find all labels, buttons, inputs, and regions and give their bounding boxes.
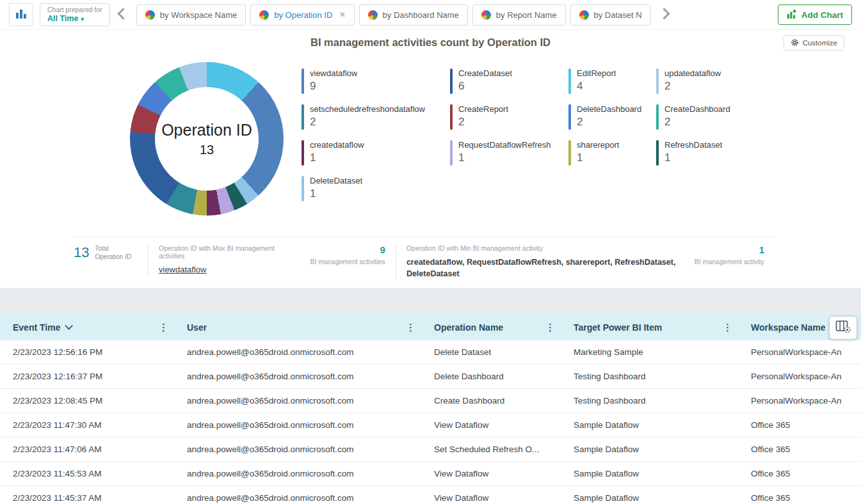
- add-chart-label: Add Chart: [801, 10, 843, 20]
- donut-chart[interactable]: Operation ID 13: [130, 62, 284, 216]
- legend-item-sharereport[interactable]: sharereport1: [568, 140, 656, 167]
- column-header-target-power-bi-item[interactable]: Target Power BI Item⋮: [561, 314, 738, 340]
- legend-item-createdashboard[interactable]: CreateDashboard2: [656, 104, 759, 131]
- min-operation-names: createdataflow, RequestDataflowRefresh, …: [406, 258, 676, 278]
- tabs-scroll-right-button[interactable]: [657, 5, 671, 24]
- column-header-user[interactable]: User⋮: [174, 314, 421, 340]
- column-settings-button[interactable]: [829, 316, 857, 340]
- column-menu-icon[interactable]: ⋮: [406, 322, 415, 333]
- table-row[interactable]: 2/23/2023 11:45:53 AMandrea.powell@o365d…: [0, 462, 861, 486]
- legend-label: setscheduledrefreshondataflow: [310, 104, 425, 114]
- min-caption: Operation ID with Min BI management acti…: [406, 244, 686, 252]
- tab-by-report-name[interactable]: by Report Name: [472, 4, 566, 26]
- cell-workspace-name: PersonalWorkspace-An: [738, 372, 861, 381]
- time-filter-caption: Chart prepared for: [47, 6, 102, 14]
- chart-card: BI management activities count by Operat…: [0, 30, 861, 288]
- pie-chart-icon: [368, 10, 378, 20]
- legend-item-deletedashboard[interactable]: DeleteDashboard2: [568, 104, 656, 131]
- column-header-operation-name[interactable]: Operation Name⋮: [421, 314, 561, 340]
- sort-descending-icon[interactable]: [65, 322, 74, 330]
- table-row[interactable]: 2/23/2023 12:16:37 PMandrea.powell@o365d…: [0, 365, 861, 389]
- cell-event-time: 2/23/2023 12:08:45 PM: [0, 396, 174, 406]
- legend-label: sharereport: [577, 140, 619, 150]
- legend-label: DeleteDashboard: [577, 104, 641, 114]
- legend-value: 1: [310, 152, 364, 164]
- legend-color-bar: [568, 140, 571, 166]
- legend-item-setscheduledrefreshondataflow[interactable]: setscheduledrefreshondataflow2: [302, 104, 450, 131]
- topbar: Chart prepared for All Time▾ by Workspac…: [0, 0, 861, 30]
- table-row[interactable]: 2/23/2023 12:56:16 PMandrea.powell@o365d…: [0, 340, 861, 365]
- legend-label: RequestDataflowRefresh: [458, 140, 551, 150]
- cell-operation-name: View Dataflow: [421, 420, 561, 430]
- legend-color-bar: [656, 68, 659, 94]
- donut-center-label: Operation ID: [161, 121, 252, 139]
- min-unit: BI management activity: [695, 258, 764, 265]
- table-row[interactable]: 2/23/2023 11:47:06 AMandrea.powell@o365d…: [0, 437, 861, 462]
- legend-item-createdataflow[interactable]: createdataflow1: [302, 140, 450, 167]
- cell-user: andrea.powell@o365droid.onmicrosoft.com: [174, 396, 421, 406]
- summary-bar: 13 Total Operation ID Operation ID with …: [74, 237, 775, 288]
- cell-workspace-name: Office 365: [738, 469, 861, 478]
- legend-color-bar: [302, 140, 304, 166]
- legend-color-bar: [302, 68, 304, 94]
- cell-workspace-name: Office 365: [738, 445, 861, 454]
- legend-color-bar: [302, 176, 304, 201]
- chart-legend: viewdataflow9setscheduledrefreshondatafl…: [302, 68, 759, 234]
- cell-operation-name: Delete Dataset: [421, 347, 561, 357]
- table-body: 2/23/2023 12:56:16 PMandrea.powell@o365d…: [0, 340, 861, 504]
- max-unit: BI management activities: [310, 258, 385, 265]
- legend-item-createdataset[interactable]: CreateDataset6: [450, 68, 568, 95]
- legend-item-createreport[interactable]: CreateReport2: [450, 104, 568, 131]
- max-operation-link[interactable]: viewdataflow: [159, 265, 206, 274]
- legend-value: 2: [664, 116, 730, 129]
- column-header-label: Event Time: [13, 322, 60, 333]
- max-caption: Operation ID with Max BI management acti…: [159, 244, 302, 260]
- max-value: 9: [310, 244, 385, 255]
- tab-by-dataset-n[interactable]: by Dataset N: [570, 4, 651, 26]
- table-row[interactable]: 2/23/2023 11:47:30 AMandrea.powell@o365d…: [0, 413, 861, 437]
- cell-user: andrea.powell@o365droid.onmicrosoft.com: [174, 347, 421, 357]
- add-chart-button[interactable]: Add Chart: [778, 4, 852, 25]
- legend-color-bar: [450, 68, 453, 94]
- time-filter-dropdown[interactable]: Chart prepared for All Time▾: [40, 3, 110, 26]
- chart-type-button[interactable]: [9, 3, 33, 26]
- bar-chart-icon: [15, 7, 28, 22]
- tab-by-dashboard-name[interactable]: by Dashboard Name: [359, 4, 468, 26]
- legend-item-deletedataset[interactable]: DeleteDataset1: [302, 176, 450, 203]
- legend-item-refreshdataset[interactable]: RefreshDataset1: [656, 140, 759, 167]
- legend-item-editreport[interactable]: EditReport4: [568, 68, 656, 95]
- legend-label: createdataflow: [310, 140, 364, 150]
- legend-color-bar: [302, 104, 304, 130]
- column-menu-icon[interactable]: ⋮: [545, 322, 555, 333]
- legend-label: CreateReport: [458, 104, 508, 114]
- close-icon[interactable]: ×: [339, 10, 345, 20]
- tab-by-workspace-name[interactable]: by Workspace Name: [136, 4, 246, 26]
- cell-workspace-name: Office 365: [738, 493, 861, 503]
- cell-target-power-bi-item: Testing Dashboard: [561, 372, 738, 381]
- customize-button[interactable]: Customize: [784, 35, 844, 51]
- tab-by-operation-id[interactable]: by Operation ID×: [250, 4, 354, 26]
- cell-event-time: 2/23/2023 12:56:16 PM: [0, 347, 174, 357]
- legend-value: 6: [458, 80, 512, 93]
- cell-workspace-name: Office 365: [738, 420, 861, 430]
- column-menu-icon[interactable]: ⋮: [159, 322, 168, 333]
- legend-item-requestdataflowrefresh[interactable]: RequestDataflowRefresh1: [450, 140, 568, 167]
- column-menu-icon[interactable]: ⋮: [723, 322, 732, 333]
- cell-event-time: 2/23/2023 11:47:30 AM: [0, 420, 174, 430]
- total-value: 13: [74, 244, 89, 261]
- legend-item-viewdataflow[interactable]: viewdataflow9: [302, 68, 450, 95]
- cell-user: andrea.powell@o365droid.onmicrosoft.com: [174, 420, 421, 430]
- legend-label: viewdataflow: [310, 68, 357, 78]
- cell-target-power-bi-item: Sample Dataflow: [561, 445, 738, 454]
- table-row[interactable]: 2/23/2023 12:08:45 PMandrea.powell@o365d…: [0, 389, 861, 413]
- legend-item-updatedataflow[interactable]: updatedataflow2: [656, 68, 759, 95]
- legend-color-bar: [656, 140, 659, 166]
- chevron-left-icon: [117, 8, 129, 19]
- column-header-label: Workspace Name: [751, 322, 825, 333]
- legend-color-bar: [450, 104, 453, 130]
- column-header-event-time[interactable]: Event Time⋮: [0, 314, 174, 340]
- tabs-scroll-left-button[interactable]: [117, 5, 130, 24]
- table-row[interactable]: 2/23/2023 11:45:37 AMandrea.powell@o365d…: [0, 486, 861, 504]
- cell-target-power-bi-item: Testing Dashboard: [561, 396, 738, 406]
- legend-value: 1: [458, 152, 551, 164]
